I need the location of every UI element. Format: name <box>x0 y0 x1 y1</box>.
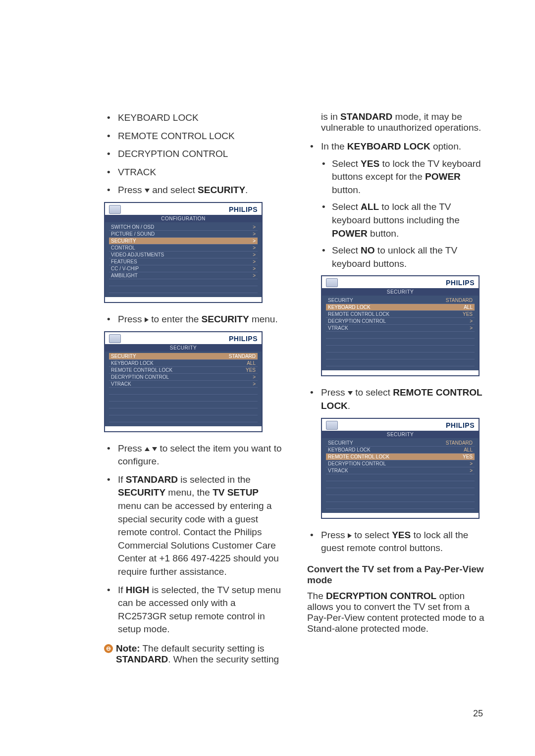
menu-row-label: VTRACK <box>328 325 348 331</box>
item-label: VTRACK <box>118 167 156 177</box>
menu-row: SECURITY> <box>109 238 258 245</box>
menu-row-label <box>328 496 329 501</box>
menu-row: KEYBOARD LOCKALL <box>109 360 258 367</box>
menu-row: FEATURES> <box>109 258 258 265</box>
menu-row-label <box>111 402 112 407</box>
menu-row <box>326 481 475 488</box>
right-column: is in STANDARD mode, it may be vulnerabl… <box>307 111 488 665</box>
menu-row: KEYBOARD LOCKALL <box>326 447 475 454</box>
menu-row: DECRYPTION CONTROL> <box>326 460 475 467</box>
menu-row: SECURITYSTANDARD <box>326 440 475 447</box>
osd-security-remote: PHILIPS SECURITY SECURITYSTANDARDKEYBOAR… <box>321 418 480 519</box>
menu-row-value: > <box>253 231 256 237</box>
menu-row-label: SECURITY <box>328 298 353 303</box>
menu-row-label: DECRYPTION CONTROL <box>328 461 386 466</box>
instruction-press-down-remote: Press to select REMOTE CONTROL LOCK. <box>307 386 488 412</box>
list-item: VTRACK <box>104 166 282 179</box>
menu-row-label: FEATURES <box>111 259 137 264</box>
menu-row-label: DECRYPTION CONTROL <box>111 374 169 380</box>
folder-icon <box>109 334 121 343</box>
osd-title: CONFIGURATION <box>105 215 262 222</box>
menu-row-label <box>111 395 112 401</box>
down-arrow-icon <box>145 189 150 193</box>
menu-row-label: VTRACK <box>111 381 131 387</box>
menu-row <box>326 488 475 495</box>
osd-security-keyboard: PHILIPS SECURITY SECURITYSTANDARDKEYBOAR… <box>321 275 480 376</box>
menu-row: DECRYPTION CONTROL> <box>109 374 258 381</box>
menu-row: PICTURE / SOUND> <box>109 231 258 238</box>
menu-row-value: > <box>253 374 256 380</box>
menu-row <box>109 286 258 293</box>
menu-row <box>109 402 258 408</box>
menu-row-value: STANDARD <box>446 440 473 446</box>
left-column: KEYBOARD LOCK REMOTE CONTROL LOCK DECRYP… <box>104 111 282 665</box>
menu-row-label <box>328 332 329 338</box>
menu-row: VTRACK> <box>326 467 475 474</box>
menu-row <box>326 502 475 509</box>
menu-row <box>326 339 475 346</box>
menu-row-label: CONTROL <box>111 245 135 251</box>
option-all: Select ALL to lock all the TV keyboard b… <box>321 201 488 240</box>
instruction-keyboard-lock: In the KEYBOARD LOCK option. Select YES … <box>307 140 488 270</box>
menu-row <box>326 359 475 366</box>
menu-row-label <box>328 475 329 480</box>
menu-row: REMOTE CONTROL LOCKYES <box>326 311 475 318</box>
osd-title: SECURITY <box>105 344 262 352</box>
folder-icon <box>326 421 338 430</box>
instruction-press-down: Press and select SECURITY. <box>104 184 282 197</box>
menu-row-value: > <box>253 266 256 271</box>
right-arrow-icon <box>348 533 352 538</box>
menu-row-label: KEYBOARD LOCK <box>328 447 371 453</box>
down-arrow-icon <box>348 391 353 395</box>
section-heading: Convert the TV set from a Pay-Per-View m… <box>307 564 488 586</box>
menu-row-label: REMOTE CONTROL LOCK <box>328 311 389 317</box>
feature-list: KEYBOARD LOCK REMOTE CONTROL LOCK DECRYP… <box>104 111 282 197</box>
menu-row: DECRYPTION CONTROL> <box>326 318 475 325</box>
menu-row-label: VTRACK <box>328 468 348 473</box>
menu-row <box>326 353 475 359</box>
osd-body: SECURITYSTANDARDKEYBOARD LOCKALLREMOTE C… <box>322 296 479 370</box>
instruction-list: Press to select YES to lock all the gues… <box>307 529 488 555</box>
menu-row-label <box>328 489 329 494</box>
note: ⊖ Note: The default security setting is … <box>104 643 282 665</box>
menu-row-value: ALL <box>247 360 256 366</box>
menu-row-label <box>111 280 112 285</box>
menu-row-label: REMOTE CONTROL LOCK <box>328 454 389 459</box>
menu-row: AMBILIGHT> <box>109 272 258 279</box>
menu-row-label: CC / V-CHIP <box>111 266 139 271</box>
menu-row-value: > <box>253 273 256 278</box>
menu-row-label: AMBILIGHT <box>111 273 138 278</box>
instruction-list: Press to enter the SECURITY menu. <box>104 313 282 326</box>
menu-row <box>326 495 475 502</box>
menu-row-label: SWITCH ON / OSD <box>111 224 154 230</box>
menu-row-value: YES <box>246 367 256 373</box>
menu-row: VTRACK> <box>109 381 258 388</box>
instruction-list: Press to select the item you want to con… <box>104 442 282 636</box>
item-label: KEYBOARD LOCK <box>118 112 199 123</box>
nested-list: Select YES to lock the TV keyboard butto… <box>321 157 488 271</box>
osd-header: PHILIPS <box>322 419 479 431</box>
option-yes: Select YES to lock the TV keyboard butto… <box>321 157 488 197</box>
menu-row-value: > <box>253 259 256 264</box>
menu-row-label: VIDEO ADJUSTMENTS <box>111 252 164 257</box>
osd-body: SWITCH ON / OSD>PICTURE / SOUND>SECURITY… <box>105 222 262 297</box>
osd-header: PHILIPS <box>105 332 262 344</box>
right-arrow-icon <box>145 317 149 322</box>
menu-row-label: REMOTE CONTROL LOCK <box>111 367 172 373</box>
menu-row-label <box>328 339 329 345</box>
menu-row-value: > <box>253 238 256 244</box>
menu-row-label <box>328 482 329 487</box>
list-item: KEYBOARD LOCK <box>104 111 282 125</box>
menu-row-value: > <box>470 325 473 331</box>
philips-logo: PHILIPS <box>229 335 258 343</box>
item-label: DECRYPTION CONTROL <box>118 149 228 159</box>
menu-row-label: SECURITY <box>111 353 136 359</box>
menu-row-label: KEYBOARD LOCK <box>111 360 154 366</box>
note-icon: ⊖ <box>104 644 113 653</box>
menu-row <box>109 279 258 286</box>
menu-row <box>109 415 258 422</box>
continuation-text: is in STANDARD mode, it may be vulnerabl… <box>307 111 488 133</box>
menu-row-label: DECRYPTION CONTROL <box>328 318 386 324</box>
menu-row-label: SECURITY <box>111 238 136 244</box>
folder-icon <box>109 205 121 214</box>
